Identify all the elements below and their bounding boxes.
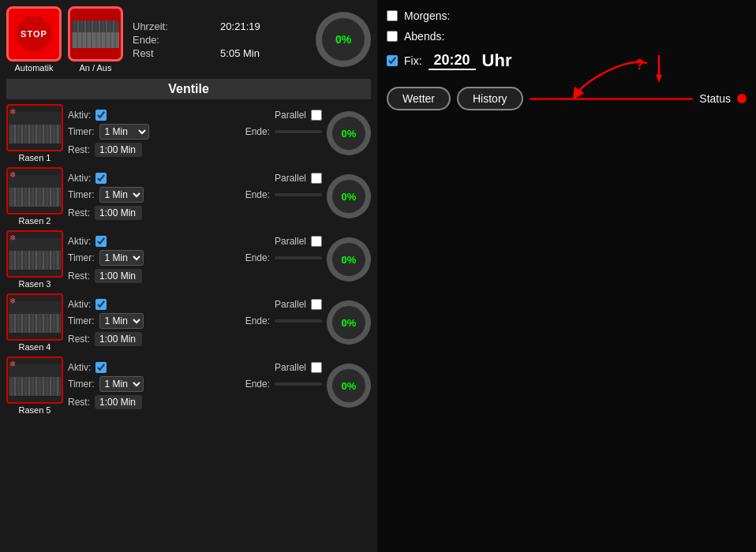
rasen-2-timer-row: Timer: 1 Min2 Min Ende:: [68, 187, 322, 203]
rasen-3-timer-row: Timer: 1 Min2 Min Ende:: [68, 250, 322, 266]
parallel-check-1[interactable]: [311, 110, 322, 121]
abends-row: Abends:: [387, 30, 747, 43]
rasen-3-rest-row: Rest: 1:00 Min: [68, 269, 322, 283]
morgens-checkbox[interactable]: [387, 10, 398, 21]
rasen-2-label: Rasen 2: [19, 216, 51, 226]
timer-select-1[interactable]: 1 Min 2 Min 5 Min 10 Min: [99, 124, 149, 140]
aktiv-label-4: Aktiv:: [68, 299, 91, 310]
automatik-wrapper: STOP Automatik: [6, 6, 62, 73]
an-aus-wrapper: An / Aus: [68, 6, 123, 73]
parallel-check-5[interactable]: [311, 362, 322, 373]
rasen-5-aktiv-row: Aktiv: Parallel: [68, 362, 322, 373]
automatik-label: Automatik: [15, 63, 54, 73]
timer-select-2[interactable]: 1 Min2 Min: [99, 187, 144, 203]
rasen-4-rest-row: Rest: 1:00 Min: [68, 332, 322, 346]
ende-value-1: [275, 130, 322, 133]
aktiv-label-5: Aktiv:: [68, 362, 91, 373]
an-aus-label: An / Aus: [80, 63, 112, 73]
aktiv-check-4[interactable]: [95, 299, 107, 310]
timer-label-2: Timer:: [68, 189, 95, 200]
ende-label: Ende:: [133, 34, 214, 46]
rasen-4-thumb[interactable]: ❄: [6, 293, 63, 341]
rasen-3-progress: 0%: [327, 237, 371, 282]
parallel-label-1: Parallel: [275, 110, 306, 121]
aktiv-label-1: Aktiv:: [68, 110, 91, 121]
rasen-5-timer-row: Timer: 1 Min2 Min Ende:: [68, 376, 322, 392]
uhrzeit-label: Uhrzeit:: [133, 21, 214, 32]
abends-checkbox[interactable]: [387, 31, 398, 42]
aktiv-check-1[interactable]: [95, 110, 107, 121]
info-grid: Uhrzeit: 20:21:19 Ende: Rest 5:05 Min: [129, 17, 309, 62]
rest-value-2: 1:00 Min: [95, 206, 142, 220]
rasen-4-thumb-wrapper: ❄ Rasen 4: [6, 293, 63, 352]
aktiv-label-3: Aktiv:: [68, 236, 91, 247]
rasen-1-detail: Aktiv: Parallel Timer: 1 Min 2 Min 5 Min…: [68, 110, 322, 157]
rest-value-4: 1:00 Min: [95, 332, 142, 346]
rasen-5-thumb[interactable]: ❄: [6, 356, 63, 404]
lawn-icon-top: [72, 21, 119, 48]
aktiv-check-5[interactable]: [95, 362, 107, 373]
morgens-row: Morgens:: [387, 9, 747, 22]
rasen-5-detail: Aktiv: Parallel Timer: 1 Min2 Min Ende:: [68, 362, 322, 409]
parallel-check-3[interactable]: [311, 236, 322, 247]
rasen-1-progress-text: 0%: [342, 128, 357, 140]
rasen-2-thumb[interactable]: ❄: [6, 167, 63, 214]
stop-octagon: STOP: [17, 17, 51, 51]
rasen-3-thumb[interactable]: ❄: [6, 230, 63, 278]
rest-value-3: 1:00 Min: [95, 269, 142, 283]
svg-text:?: ?: [635, 57, 644, 73]
rasen-4-label: Rasen 4: [19, 342, 51, 352]
stop-button[interactable]: STOP: [6, 6, 62, 62]
rasen-1-thumb[interactable]: ❄: [6, 104, 63, 151]
fix-checkbox[interactable]: [387, 55, 398, 66]
snow-icon-4: ❄: [9, 297, 16, 305]
main-progress-circle: 0%: [316, 12, 371, 67]
snow-icon-1: ❄: [9, 107, 16, 116]
rest-label: Rest: [133, 47, 214, 59]
parallel-check-2[interactable]: [311, 173, 322, 184]
top-row: STOP Automatik An / Aus Uhrzeit: 20:21:1…: [6, 6, 371, 73]
rasen-2-detail: Aktiv: Parallel Timer: 1 Min2 Min Ende:: [68, 173, 322, 220]
timer-select-4[interactable]: 1 Min2 Min: [99, 313, 144, 329]
aktiv-label-2: Aktiv:: [68, 173, 91, 184]
rasen-5-lawn-img: [9, 364, 61, 396]
rasen-4-aktiv-row: Aktiv: Parallel: [68, 299, 322, 310]
parallel-label-3: Parallel: [275, 236, 306, 247]
rasen-2-progress-text: 0%: [342, 191, 357, 203]
rest-value-1: 1:00 Min: [95, 143, 142, 157]
aktiv-check-3[interactable]: [95, 236, 107, 247]
parallel-check-4[interactable]: [311, 299, 322, 310]
rest-label-5: Rest:: [68, 397, 90, 408]
rasen-5-progress-text: 0%: [342, 380, 357, 392]
ende-label-1: Ende:: [245, 126, 270, 137]
rasen-1-lawn-img: [9, 112, 61, 144]
timer-select-5[interactable]: 1 Min2 Min: [99, 376, 144, 392]
rasen-1-thumb-wrapper: ❄ Rasen 1: [6, 104, 63, 162]
rest-label-4: Rest:: [68, 334, 90, 345]
status-label: Status: [699, 92, 731, 105]
rasen-rows: ❄ Rasen 1 Aktiv: Parallel Timer:: [6, 104, 371, 415]
right-panel: Morgens: Abends: Fix: Uhr ?: [377, 0, 756, 552]
rest-label-1: Rest:: [68, 144, 90, 155]
rasen-1-aktiv-row: Aktiv: Parallel: [68, 110, 322, 121]
rasen-5-thumb-wrapper: ❄ Rasen 5: [6, 356, 63, 415]
an-aus-button[interactable]: [68, 6, 123, 62]
ende-value-2: [275, 193, 322, 196]
main-progress-text: 0%: [335, 33, 351, 46]
fix-time-input[interactable]: [429, 52, 476, 70]
timer-label-3: Timer:: [68, 252, 95, 263]
svg-marker-2: [656, 75, 662, 83]
snow-icon-2: ❄: [9, 170, 16, 179]
aktiv-check-2[interactable]: [95, 173, 107, 184]
wetter-button[interactable]: Wetter: [387, 87, 451, 110]
left-panel: STOP Automatik An / Aus Uhrzeit: 20:21:1…: [0, 0, 377, 552]
ende-label-4: Ende:: [245, 315, 270, 326]
rasen-4-lawn-img: [9, 301, 61, 333]
ende-label-5: Ende:: [245, 379, 270, 390]
rasen-1-progress: 0%: [327, 111, 371, 155]
rasen-row-4: ❄ Rasen 4 Aktiv: Parallel Timer:: [6, 293, 371, 352]
timer-label-4: Timer:: [68, 315, 95, 326]
timer-label-1: Timer:: [68, 126, 95, 137]
timer-select-3[interactable]: 1 Min2 Min: [99, 250, 144, 266]
rasen-2-thumb-wrapper: ❄ Rasen 2: [6, 167, 63, 226]
